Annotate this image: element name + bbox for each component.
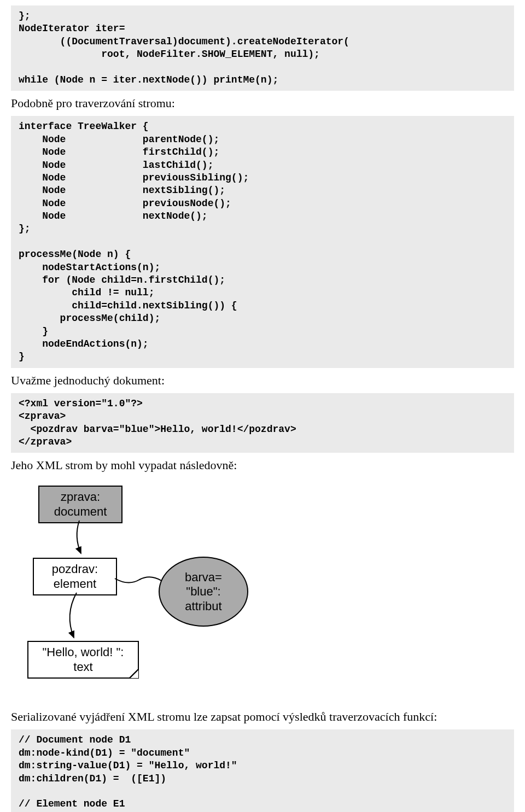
- prose-3: Jeho XML strom by mohl vypadat následovn…: [11, 458, 514, 472]
- arrow-doc-to-element: [71, 521, 93, 559]
- prose-4: Serializované vyjádření XML stromu lze z…: [11, 710, 514, 724]
- node-text: "Hello, world! ": text: [27, 641, 139, 679]
- prose-1: Podobně pro traverzování stromu:: [11, 96, 514, 110]
- code-block-2: interface TreeWalker { Node parentNode()…: [11, 116, 514, 367]
- node-label: barva=: [160, 570, 247, 585]
- folded-corner-icon: [129, 669, 139, 679]
- node-document: zprava: document: [38, 486, 122, 523]
- code-block-4: // Document node D1 dm:node-kind(D1) = "…: [11, 729, 514, 812]
- code-block-3: <?xml version="1.0"?> <zprava> <pozdrav …: [11, 393, 514, 453]
- node-element: pozdrav: element: [33, 558, 117, 595]
- arrow-element-to-text: [60, 593, 93, 642]
- node-label: pozdrav:: [52, 562, 98, 576]
- node-label: "blue":: [160, 585, 247, 599]
- node-attribute: barva= "blue": attribut: [159, 557, 248, 627]
- node-label: element: [54, 577, 96, 591]
- code-block-1: }; NodeIterator iter= ((DocumentTraversa…: [11, 5, 514, 91]
- prose-2: Uvažme jednoduchý dokument:: [11, 373, 514, 388]
- node-label: text: [73, 660, 92, 674]
- node-label: attribut: [160, 599, 247, 614]
- node-label: zprava:: [61, 490, 100, 504]
- node-label: "Hello, world! ":: [43, 645, 124, 659]
- node-label: document: [54, 505, 107, 518]
- xml-tree-diagram: zprava: document pozdrav: element barva=…: [27, 486, 301, 693]
